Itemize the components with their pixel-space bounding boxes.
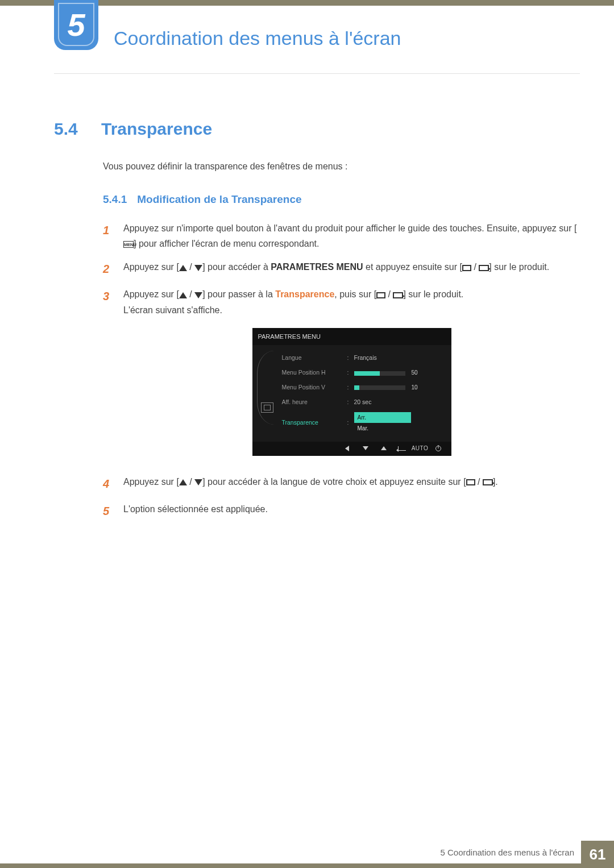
slider-icon (354, 371, 405, 376)
up-arrow-icon (179, 479, 187, 485)
down-arrow-icon (194, 265, 202, 271)
down-arrow-icon (194, 292, 202, 298)
step-number: 3 (103, 286, 113, 466)
osd-row-langue: Langue : Français (282, 351, 445, 366)
step-1: 1 Appuyez sur n'importe quel bouton à l'… (103, 221, 580, 251)
step-text: Appuyez sur n'importe quel bouton à l'av… (123, 221, 580, 251)
section-heading: 5.4 Transparence (54, 119, 580, 139)
chapter-number: 5 (58, 3, 94, 46)
osd-key-guide: AUTO (252, 442, 451, 456)
page-footer: 5 Coordination des menus à l'écran 61 (0, 841, 614, 868)
chapter-badge: 5 (54, 0, 98, 50)
step-5: 5 L'option sélectionnée est appliquée. (103, 501, 580, 521)
step-number: 2 (103, 259, 113, 279)
step-text: Appuyez sur [ / ] pour passer à la Trans… (123, 286, 580, 466)
up-arrow-icon (179, 265, 187, 271)
chapter-header: 5 Coordination des menus à l'écran (54, 6, 580, 74)
enter-rect-icon (479, 265, 489, 271)
step-number: 1 (103, 221, 113, 251)
key-auto-label: AUTO (415, 445, 425, 452)
subsection-heading: 5.4.1 Modification de la Transparence (103, 193, 580, 206)
page-content: 5.4 Transparence Vous pouvez définir la … (54, 74, 580, 521)
step-number: 4 (103, 474, 113, 493)
osd-category-icon (261, 402, 273, 413)
osd-side-icon-area (252, 351, 282, 435)
enter-rect-icon (393, 292, 403, 298)
step-3: 3 Appuyez sur [ / ] pour passer à la Tra… (103, 286, 580, 466)
key-up-icon (379, 445, 389, 452)
step-number: 5 (103, 501, 113, 521)
osd-menu-screenshot: PARAMETRES MENU Langue : Français (252, 328, 451, 456)
osd-row-pos-h: Menu Position H : 50 (282, 366, 445, 380)
subsection-number: 5.4.1 (103, 193, 127, 206)
step-text: L'option sélectionnée est appliquée. (123, 501, 580, 521)
enter-rect-icon (483, 479, 493, 485)
osd-row-transparence: Transparence : Arr. Mar. (282, 410, 445, 436)
footer-mid: 5 Coordination des menus à l'écran (54, 841, 581, 868)
select-rect-icon (466, 479, 475, 485)
step-text: Appuyez sur [ / ] pour accéder à PARAMET… (123, 259, 580, 279)
up-arrow-icon (179, 292, 187, 298)
down-arrow-icon (194, 479, 202, 485)
select-rect-icon (376, 292, 385, 298)
key-down-icon (360, 445, 371, 452)
osd-row-pos-v: Menu Position V : 10 (282, 380, 445, 395)
osd-curve-decoration (257, 351, 274, 425)
slider-icon (354, 385, 405, 390)
select-rect-icon (462, 265, 471, 271)
step-2: 2 Appuyez sur [ / ] pour accéder à PARAM… (103, 259, 580, 279)
key-left-icon (342, 445, 352, 452)
osd-title: PARAMETRES MENU (252, 328, 451, 346)
section-intro: Vous pouvez définir la transparence des … (103, 161, 580, 172)
step-list: 1 Appuyez sur n'importe quel bouton à l'… (103, 221, 580, 521)
osd-options: Langue : Français Menu Position H : 50 (282, 351, 451, 435)
section-title: Transparence (101, 119, 212, 139)
osd-row-aff-heure: Aff. heure : 20 sec (282, 395, 445, 410)
osd-body: Langue : Français Menu Position H : 50 (252, 345, 451, 441)
step-4: 4 Appuyez sur [ / ] pour accéder à la la… (103, 474, 580, 493)
key-power-icon (433, 445, 443, 452)
osd-dropdown: Arr. Mar. (354, 412, 411, 434)
menu-button-icon: MENU (123, 241, 134, 248)
key-enter-icon (397, 445, 407, 452)
chapter-title: Coordination des menus à l'écran (114, 23, 580, 49)
footer-accent-left (0, 863, 54, 868)
page-number: 61 (581, 841, 614, 868)
step-text: Appuyez sur [ / ] pour accéder à la lang… (123, 474, 580, 493)
section-number: 5.4 (54, 119, 85, 139)
subsection-title: Modification de la Transparence (137, 193, 301, 206)
footer-chapter-label: 5 Coordination des menus à l'écran (440, 848, 574, 857)
